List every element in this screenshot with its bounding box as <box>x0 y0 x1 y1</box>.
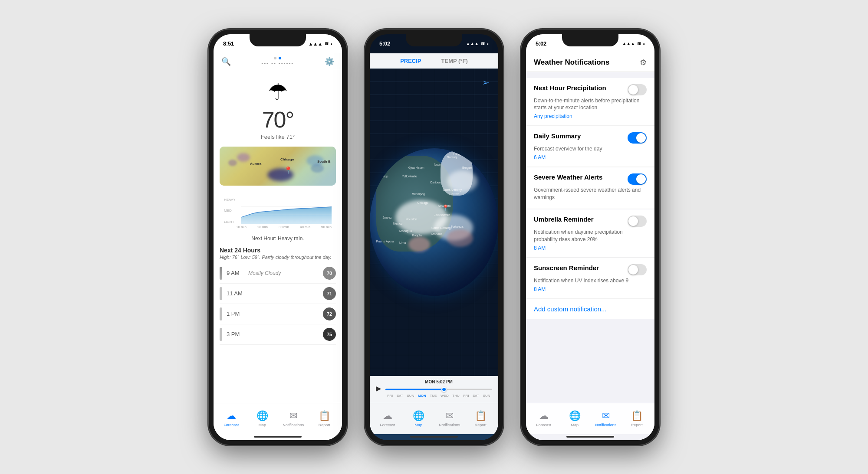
time-2: 5:02 <box>379 40 390 47</box>
notif-sub-sunscreen[interactable]: 8 AM <box>534 286 647 292</box>
toggle-umbrella[interactable] <box>628 216 647 227</box>
dot-2[interactable] <box>279 57 281 59</box>
label-anchorage: Anchorage <box>374 175 388 178</box>
tab-map-2[interactable]: 🌐 Map <box>403 410 434 427</box>
feels-like: Feels like 71° <box>261 134 295 140</box>
tab-map-1[interactable]: 🌐 Map <box>247 410 278 427</box>
tab-forecast-1[interactable]: ☁ Forecast <box>216 410 247 427</box>
notch-2 <box>406 34 462 46</box>
tab-notifications-1[interactable]: ✉ Notifications <box>278 410 309 427</box>
tab-report-1[interactable]: 📋 Report <box>309 410 340 427</box>
toggle-next-hour[interactable] <box>628 84 647 95</box>
tab-forecast-3[interactable]: ☁ Forecast <box>528 410 559 427</box>
hourly-temp-4: 75 <box>323 328 336 341</box>
location-arrow-icon[interactable]: ➢ <box>482 77 490 88</box>
notif-severe-weather: Severe Weather Alerts Government-issued … <box>526 167 654 209</box>
tick-sat-2: SAT <box>473 394 479 398</box>
play-button[interactable]: ▶ <box>376 384 381 392</box>
tab-notifications-2[interactable]: ✉ Notifications <box>434 410 465 427</box>
add-custom-notification[interactable]: Add custom notification... <box>526 299 654 319</box>
label-mexico: Mexico <box>393 222 402 225</box>
tab-notifications-3[interactable]: ✉ Notifications <box>590 410 621 427</box>
label-bergen: Bergen <box>462 166 472 169</box>
settings-icon-3[interactable]: ⚙ <box>640 58 647 67</box>
map-label-southb: South B <box>317 160 331 163</box>
label-fortaleza: Fortaleza <box>450 225 463 228</box>
tab-label-notifications-3: Notifications <box>595 423 616 427</box>
hourly-bar-4 <box>220 328 222 341</box>
tab-map-3[interactable]: 🌐 Map <box>559 410 591 427</box>
tick-sun-1: SUN <box>407 394 414 398</box>
tab-precip[interactable]: PRECIP <box>397 56 424 66</box>
timeline-section: ▶ MON 5:02 PM FRI SAT SUN MON <box>370 376 498 403</box>
level-light: LIGHT <box>224 220 236 224</box>
umbrella-icon: ☂ <box>268 79 288 105</box>
hourly-bar-2 <box>220 287 222 300</box>
label-santhony: Saint Anthony <box>443 188 462 191</box>
notif-sub-umbrella[interactable]: 8 AM <box>534 245 647 251</box>
hourly-temp-3: 72 <box>323 307 336 320</box>
hourly-row-9am: 9 AM Mostly Cloudy 70 <box>220 263 336 284</box>
forecast-icon-2: ☁ <box>383 410 392 422</box>
label-jacksonville: Jacksonville <box>434 213 450 216</box>
tab-bar-1: ☁ Forecast 🌐 Map ✉ Notifications 📋 Repor… <box>214 403 342 434</box>
toggle-sunscreen[interactable] <box>628 264 647 275</box>
hourly-bar-1 <box>220 267 222 280</box>
label-halifax: Halifax <box>450 193 459 196</box>
status-icons-1: ▲▲▲ ≋ ▪ <box>308 41 332 46</box>
tick-30: 30 min <box>279 225 289 229</box>
toggle-daily[interactable] <box>628 132 647 144</box>
level-med: MED <box>224 209 236 212</box>
notif-sub-next-hour[interactable]: Any precipitation <box>534 113 647 119</box>
notifications-screen: Weather Notifications ⚙ Next Hour Precip… <box>526 53 654 440</box>
tab-bar-3: ☁ Forecast 🌐 Map ✉ Notifications 📋 Repor… <box>526 403 654 434</box>
search-icon[interactable]: 🔍 <box>221 57 231 66</box>
tab-temp[interactable]: TEMP (°F) <box>438 56 471 66</box>
hourly-time-1: 9 AM <box>227 270 244 276</box>
phone-2-map: 5:02 ▲▲▲ ≋ ▪ PRECIP TEMP (°F) ➢ <box>365 29 503 445</box>
battery-icon-2: ▪ <box>487 41 489 46</box>
home-bar-2[interactable] <box>410 436 458 438</box>
radar-map[interactable]: Aurora Chicago South B 📍 <box>220 147 336 186</box>
notifications-icon-3: ✉ <box>602 410 610 422</box>
tick-50: 50 min <box>321 225 332 229</box>
toggle-severe[interactable] <box>628 173 647 185</box>
label-gjoa: Gjoa Haven <box>408 166 424 169</box>
tab-forecast-2[interactable]: ☁ Forecast <box>372 410 403 427</box>
notif-umbrella: Umbrella Reminder Notification when dayt… <box>526 209 654 258</box>
tab-label-forecast-1: Forecast <box>224 423 239 427</box>
dot-1[interactable] <box>274 57 276 59</box>
home-bar-3[interactable] <box>566 436 614 438</box>
tick-fri-2: FRI <box>463 394 469 398</box>
map-icon-2: 🌐 <box>413 410 424 422</box>
phone-1-forecast: 8:51 ▲▲▲ ≋ ▪ 🔍 ▪▪▪ ▪▪ ▪▪▪▪▪▪ ⚙️ <box>208 29 347 445</box>
home-bar-1[interactable] <box>254 436 302 438</box>
hourly-cond-1: Mostly Cloudy <box>248 270 319 276</box>
notch-3 <box>562 34 618 46</box>
map-icon-1: 🌐 <box>256 410 268 422</box>
tick-mon: MON <box>418 394 426 398</box>
notifications-icon-1: ✉ <box>289 410 297 422</box>
report-icon-2: 📋 <box>475 410 487 422</box>
tick-20: 20 min <box>257 225 268 229</box>
next24-title: Next 24 Hours <box>220 247 336 254</box>
notif-title-severe: Severe Weather Alerts <box>534 173 623 181</box>
label-newyork: New York <box>438 204 451 207</box>
notif-header-next-hour: Next Hour Precipitation <box>534 84 647 95</box>
tab-report-2[interactable]: 📋 Report <box>465 410 496 427</box>
forecast-content: ☂ 70° Feels like 71° Aurora Chicago <box>214 70 342 403</box>
tab-label-map-2: Map <box>414 423 422 427</box>
notif-sub-daily[interactable]: 6 AM <box>534 154 647 160</box>
tab-label-notifications-1: Notifications <box>283 423 304 427</box>
settings-icon[interactable]: ⚙️ <box>325 57 334 66</box>
next-hour-text: Next Hour: Heavy rain. <box>214 234 342 243</box>
report-icon-1: 📋 <box>319 410 330 422</box>
globe-container[interactable]: ➢ 📍 Longyearbyen Narsaq <box>370 69 498 376</box>
map-label-aurora: Aurora <box>250 162 261 166</box>
tick-sun-2: SUN <box>483 394 490 398</box>
label-yellowknife: Yellowknife <box>402 175 417 178</box>
tab-report-3[interactable]: 📋 Report <box>621 410 653 427</box>
label-nuuk: Nuuk <box>434 163 441 166</box>
tab-label-map-1: Map <box>258 423 266 427</box>
notif-title-next-hour: Next Hour Precipitation <box>534 84 623 92</box>
